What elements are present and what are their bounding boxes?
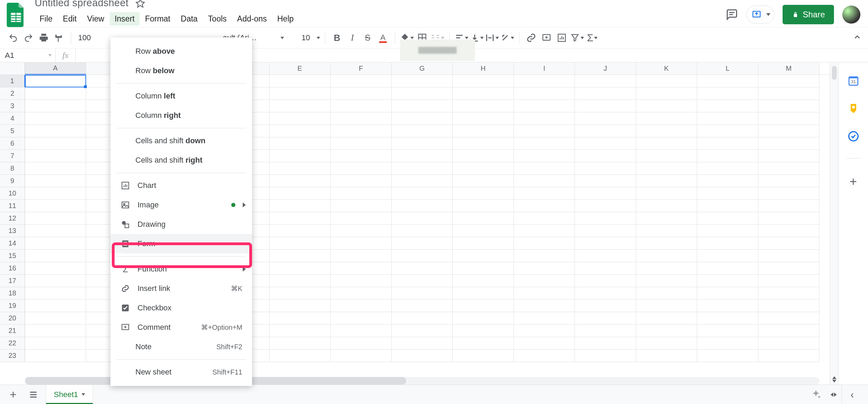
cell[interactable] [25, 100, 86, 112]
cell[interactable] [331, 312, 392, 325]
row-header[interactable]: 23 [0, 350, 25, 362]
cell[interactable] [697, 112, 758, 125]
share-button[interactable]: Share [783, 5, 834, 24]
cell[interactable] [331, 112, 392, 125]
menu-row-below[interactable]: Rowbelow [110, 61, 252, 80]
tasks-icon[interactable] [848, 130, 859, 142]
cell[interactable] [331, 162, 392, 175]
column-header[interactable]: G [392, 62, 453, 75]
cell[interactable] [453, 287, 514, 300]
menu-row-above[interactable]: Rowabove [110, 42, 252, 61]
cell[interactable] [269, 312, 331, 325]
cell[interactable] [697, 275, 758, 287]
row-header[interactable]: 2 [0, 87, 25, 100]
text-wrap-button[interactable] [485, 31, 499, 45]
cell[interactable] [697, 212, 758, 225]
cell[interactable] [758, 287, 819, 300]
column-header[interactable]: I [514, 62, 575, 75]
cell[interactable] [331, 150, 392, 162]
cell[interactable] [25, 187, 86, 200]
cell[interactable] [758, 162, 819, 175]
cell[interactable] [697, 262, 758, 275]
menu-drawing[interactable]: Drawing [110, 215, 252, 234]
menu-image[interactable]: Image [110, 195, 252, 215]
cell[interactable] [514, 137, 575, 150]
cell[interactable] [575, 237, 636, 250]
cell[interactable] [636, 150, 697, 162]
cell[interactable] [269, 175, 331, 187]
row-header[interactable]: 14 [0, 237, 25, 250]
cell[interactable] [697, 200, 758, 212]
cell[interactable] [453, 87, 514, 100]
menu-format[interactable]: Format [140, 12, 175, 26]
text-rotate-button[interactable] [500, 31, 514, 45]
row-header[interactable]: 7 [0, 150, 25, 162]
cell[interactable] [514, 187, 575, 200]
row-header[interactable]: 22 [0, 337, 25, 350]
cell[interactable] [758, 275, 819, 287]
cell[interactable] [453, 275, 514, 287]
cell[interactable] [269, 87, 331, 100]
filter-button[interactable] [570, 31, 584, 45]
cell[interactable] [514, 112, 575, 125]
cell[interactable] [575, 150, 636, 162]
cell[interactable] [269, 125, 331, 137]
cell[interactable] [636, 187, 697, 200]
menu-insert-link[interactable]: Insert link⌘K [110, 279, 252, 298]
cell[interactable] [575, 200, 636, 212]
all-sheets-button[interactable] [26, 387, 41, 402]
cell[interactable] [392, 337, 453, 350]
cell[interactable] [636, 125, 697, 137]
cell[interactable] [453, 250, 514, 262]
cell[interactable] [392, 162, 453, 175]
cell[interactable] [453, 187, 514, 200]
cell[interactable] [25, 237, 86, 250]
cell[interactable] [269, 300, 331, 312]
insert-chart-button[interactable] [555, 31, 569, 45]
cell[interactable] [269, 325, 331, 337]
cell[interactable] [514, 287, 575, 300]
cell[interactable] [331, 200, 392, 212]
cell[interactable] [25, 112, 86, 125]
row-header[interactable]: 9 [0, 175, 25, 187]
insert-comment-button[interactable] [540, 31, 553, 45]
cell[interactable] [636, 250, 697, 262]
menu-function[interactable]: ΣFunction [110, 259, 252, 279]
cell[interactable] [331, 237, 392, 250]
menu-column-left[interactable]: Columnleft [110, 86, 252, 106]
cell[interactable] [636, 225, 697, 237]
cell[interactable] [636, 175, 697, 187]
cell[interactable] [269, 212, 331, 225]
cell[interactable] [453, 125, 514, 137]
sheets-logo[interactable] [6, 5, 26, 25]
row-header[interactable]: 12 [0, 212, 25, 225]
cell[interactable] [575, 187, 636, 200]
menu-data[interactable]: Data [176, 12, 203, 26]
cell[interactable] [514, 225, 575, 237]
menu-file[interactable]: File [35, 12, 57, 26]
redo-button[interactable] [22, 31, 35, 45]
cell[interactable] [25, 287, 86, 300]
row-header[interactable]: 1 [0, 75, 25, 87]
cell[interactable] [453, 212, 514, 225]
cell[interactable] [636, 275, 697, 287]
cell[interactable] [25, 125, 86, 137]
cell[interactable] [697, 300, 758, 312]
cell[interactable] [575, 262, 636, 275]
cell[interactable] [453, 75, 514, 87]
menu-form[interactable]: Form [110, 234, 252, 253]
cell[interactable] [758, 212, 819, 225]
cell[interactable] [392, 350, 453, 362]
cell[interactable] [697, 350, 758, 362]
cell[interactable] [25, 262, 86, 275]
cell[interactable] [331, 75, 392, 87]
cell[interactable] [514, 337, 575, 350]
menu-comment[interactable]: Comment⌘+Option+M [110, 318, 252, 337]
cell[interactable] [331, 87, 392, 100]
undo-button[interactable] [6, 31, 20, 45]
print-button[interactable] [37, 31, 51, 45]
cell[interactable] [636, 112, 697, 125]
cell[interactable] [514, 262, 575, 275]
cell[interactable] [269, 287, 331, 300]
cell[interactable] [453, 237, 514, 250]
